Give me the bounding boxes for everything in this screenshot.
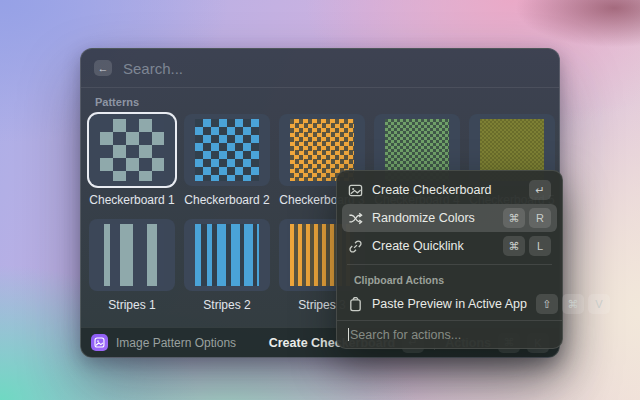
actions-search-input[interactable]: Search for actions... xyxy=(337,320,562,348)
pattern-cell: Stripes 2 xyxy=(184,219,270,324)
image-icon xyxy=(94,337,105,348)
pattern-preview xyxy=(100,224,164,286)
footer-app-label: Image Pattern Options xyxy=(116,336,236,350)
pattern-cell: Stripes 1 xyxy=(89,219,175,324)
link-icon xyxy=(348,239,363,254)
menu-item-create-quicklink[interactable]: Create Quicklink ⌘ L xyxy=(342,232,557,260)
menu-separator xyxy=(347,264,552,265)
menu-item-label: Create Checkerboard xyxy=(372,183,492,197)
pattern-tile-stripes-2[interactable] xyxy=(184,219,270,291)
v-key-badge: V xyxy=(588,294,610,314)
pattern-preview xyxy=(100,119,164,181)
shuffle-icon xyxy=(348,211,363,226)
menu-item-label: Paste Preview in Active App xyxy=(372,297,527,311)
menu-item-shortcut: ⌘ L xyxy=(503,236,551,256)
search-input[interactable]: Search... xyxy=(123,60,183,77)
pattern-label: Checkerboard 1 xyxy=(89,193,174,207)
pattern-tile-checkerboard-1[interactable] xyxy=(89,114,175,186)
pattern-label: Stripes 1 xyxy=(108,298,155,312)
menu-item-shortcut: ↵ xyxy=(529,180,551,200)
pattern-tile-checkerboard-2[interactable] xyxy=(184,114,270,186)
cmd-key-badge: ⌘ xyxy=(503,208,525,228)
actions-menu: Create Checkerboard ↵ Randomize Colors ⌘… xyxy=(336,170,563,349)
clipboard-icon xyxy=(348,297,363,312)
cmd-key-badge: ⌘ xyxy=(503,236,525,256)
r-key-badge: R xyxy=(529,208,551,228)
menu-item-paste-preview[interactable]: Paste Preview in Active App ⇧ ⌘ V xyxy=(342,290,557,318)
extension-icon xyxy=(91,334,108,351)
pattern-cell: Checkerboard 1 xyxy=(89,114,175,219)
pattern-preview xyxy=(195,119,259,181)
text-caret xyxy=(348,328,349,341)
return-key-badge: ↵ xyxy=(529,180,551,200)
titlebar: ← Search... xyxy=(81,49,559,88)
menu-item-label: Randomize Colors xyxy=(372,211,475,225)
menu-item-create-checkerboard[interactable]: Create Checkerboard ↵ xyxy=(342,176,557,204)
shift-key-badge: ⇧ xyxy=(536,294,558,314)
menu-item-shortcut: ⌘ R xyxy=(503,208,551,228)
pattern-cell: Checkerboard 2 xyxy=(184,114,270,219)
pattern-label: Checkerboard 2 xyxy=(184,193,269,207)
pattern-preview xyxy=(195,224,259,286)
patterns-section-title: Patterns xyxy=(81,88,559,114)
back-button[interactable]: ← xyxy=(94,60,112,76)
menu-item-randomize-colors[interactable]: Randomize Colors ⌘ R xyxy=(342,204,557,232)
pattern-tile-stripes-1[interactable] xyxy=(89,219,175,291)
menu-item-label: Create Quicklink xyxy=(372,239,464,253)
back-arrow-icon: ← xyxy=(98,62,109,74)
cmd-key-badge: ⌘ xyxy=(562,294,584,314)
pattern-label: Stripes 2 xyxy=(203,298,250,312)
actions-menu-list: Create Checkerboard ↵ Randomize Colors ⌘… xyxy=(337,176,562,318)
menu-section-title: Clipboard Actions xyxy=(342,269,557,290)
actions-search-placeholder: Search for actions... xyxy=(350,328,461,342)
image-icon xyxy=(348,183,363,198)
l-key-badge: L xyxy=(529,236,551,256)
menu-item-shortcut: ⇧ ⌘ V xyxy=(536,294,610,314)
